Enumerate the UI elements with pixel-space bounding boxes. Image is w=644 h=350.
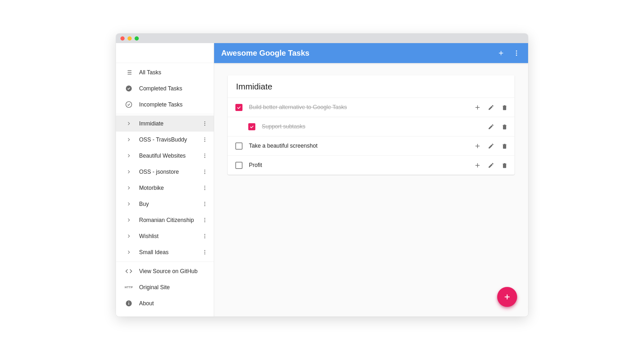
list-more-icon[interactable] bbox=[200, 248, 209, 257]
list-more-icon[interactable] bbox=[200, 119, 209, 128]
svg-point-22 bbox=[204, 189, 205, 190]
main-area: Awesome Google Tasks Immidiate Build bet… bbox=[214, 43, 528, 317]
list-icon bbox=[123, 69, 135, 76]
delete-icon[interactable] bbox=[500, 161, 509, 170]
sidebar-item-label: Beautiful Websites bbox=[139, 152, 200, 159]
sidebar-bottom-section: View Source on GitHub HTTP Original Site… bbox=[116, 262, 214, 313]
sidebar-item-original-site[interactable]: HTTP Original Site bbox=[116, 279, 214, 295]
list-more-icon[interactable] bbox=[200, 151, 209, 160]
sidebar-list-item[interactable]: OSS - TravisBuddy bbox=[116, 132, 214, 148]
list-more-icon[interactable] bbox=[200, 232, 209, 241]
sidebar-item-about[interactable]: About bbox=[116, 295, 214, 311]
chevron-right-icon bbox=[123, 137, 135, 143]
list-title: Immidiate bbox=[228, 75, 515, 97]
sidebar-list-item[interactable]: Immidiate bbox=[116, 115, 214, 132]
task-actions bbox=[487, 123, 509, 131]
window-minimize-icon[interactable] bbox=[128, 36, 132, 41]
sidebar: All Tasks Completed Tasks Incomplete Tas… bbox=[116, 43, 214, 317]
task-checkbox[interactable] bbox=[235, 162, 242, 169]
add-subtask-icon[interactable] bbox=[473, 103, 482, 112]
svg-point-40 bbox=[516, 51, 517, 52]
delete-icon[interactable] bbox=[500, 142, 509, 150]
sidebar-list-item[interactable]: OSS - jsonstore bbox=[116, 164, 214, 180]
sidebar-lists-section: Immidiate OSS - TravisBuddy Beautiful We… bbox=[116, 114, 214, 262]
sidebar-header-spacer bbox=[116, 43, 214, 63]
task-row[interactable]: Build better alternative to Google Tasks bbox=[228, 97, 515, 117]
svg-point-7 bbox=[126, 102, 132, 107]
list-more-icon[interactable] bbox=[200, 135, 209, 144]
sidebar-item-label: Completed Tasks bbox=[139, 85, 209, 92]
edit-icon[interactable] bbox=[487, 103, 495, 112]
sidebar-list-item[interactable]: Buy bbox=[116, 196, 214, 212]
sidebar-item-label: Romanian Citizenship bbox=[139, 217, 200, 224]
delete-icon[interactable] bbox=[500, 123, 509, 131]
svg-point-31 bbox=[204, 237, 205, 238]
code-icon bbox=[123, 268, 135, 275]
more-vert-icon[interactable] bbox=[512, 49, 521, 58]
fab-add-task[interactable] bbox=[497, 287, 517, 307]
svg-point-18 bbox=[204, 171, 205, 172]
edit-icon[interactable] bbox=[487, 123, 495, 131]
sidebar-item-completed[interactable]: Completed Tasks bbox=[116, 80, 214, 97]
svg-point-16 bbox=[204, 157, 205, 158]
chevron-right-icon bbox=[123, 233, 135, 239]
svg-point-30 bbox=[204, 236, 205, 237]
add-subtask-icon[interactable] bbox=[473, 142, 482, 150]
svg-point-21 bbox=[204, 188, 205, 189]
task-row[interactable]: Profit bbox=[228, 155, 515, 175]
task-checkbox[interactable] bbox=[235, 104, 242, 111]
chevron-right-icon bbox=[123, 201, 135, 207]
svg-rect-36 bbox=[128, 303, 129, 305]
list-more-icon[interactable] bbox=[200, 216, 209, 225]
svg-point-23 bbox=[204, 202, 205, 203]
edit-icon[interactable] bbox=[487, 161, 495, 170]
sidebar-list-item[interactable]: Small Ideas bbox=[116, 244, 214, 260]
sidebar-list-item[interactable]: Beautiful Websites bbox=[116, 148, 214, 164]
task-row[interactable]: Take a beautiful screenshot bbox=[228, 136, 515, 155]
list-more-icon[interactable] bbox=[200, 199, 209, 208]
window-close-icon[interactable] bbox=[120, 36, 125, 41]
sidebar-list-item[interactable]: Motorbike bbox=[116, 180, 214, 196]
list-more-icon[interactable] bbox=[200, 167, 209, 176]
titlebar bbox=[116, 33, 528, 43]
window-zoom-icon[interactable] bbox=[135, 36, 139, 41]
delete-icon[interactable] bbox=[500, 103, 509, 112]
sidebar-item-label: Original Site bbox=[139, 284, 209, 291]
sidebar-item-all-tasks[interactable]: All Tasks bbox=[116, 64, 214, 80]
app-title: Awesome Google Tasks bbox=[221, 49, 309, 58]
edit-icon[interactable] bbox=[487, 142, 495, 150]
svg-point-29 bbox=[204, 234, 205, 235]
chevron-right-icon bbox=[123, 169, 135, 175]
task-label: Take a beautiful screenshot bbox=[249, 143, 473, 149]
svg-point-14 bbox=[204, 153, 205, 154]
sidebar-list-item[interactable]: Romanian Citizenship bbox=[116, 212, 214, 228]
svg-point-19 bbox=[204, 173, 205, 174]
svg-point-26 bbox=[204, 218, 205, 219]
svg-point-12 bbox=[204, 139, 205, 140]
task-checkbox[interactable] bbox=[248, 123, 255, 130]
sidebar-item-label: Buy bbox=[139, 201, 200, 207]
sidebar-item-incomplete[interactable]: Incomplete Tasks bbox=[116, 97, 214, 113]
sidebar-item-github[interactable]: View Source on GitHub bbox=[116, 263, 214, 279]
list-more-icon[interactable] bbox=[200, 183, 209, 192]
svg-point-42 bbox=[516, 55, 517, 56]
tasks-container: Build better alternative to Google Tasks… bbox=[228, 97, 515, 175]
chevron-right-icon bbox=[123, 249, 135, 255]
sidebar-item-label: Immidiate bbox=[139, 120, 200, 127]
svg-point-17 bbox=[204, 170, 205, 170]
sidebar-list-item[interactable]: Wishlist bbox=[116, 228, 214, 244]
task-actions bbox=[473, 142, 509, 150]
app-body: All Tasks Completed Tasks Incomplete Tas… bbox=[116, 43, 528, 317]
sidebar-item-label: About bbox=[139, 300, 209, 307]
add-subtask-icon[interactable] bbox=[473, 161, 482, 170]
add-button[interactable] bbox=[497, 49, 506, 58]
chevron-right-icon bbox=[123, 121, 135, 126]
sidebar-item-label: Wishlist bbox=[139, 233, 200, 240]
task-row[interactable]: Support subtasks bbox=[228, 117, 515, 136]
sidebar-item-label: OSS - TravisBuddy bbox=[139, 136, 200, 143]
sidebar-item-label: All Tasks bbox=[139, 69, 209, 76]
svg-point-20 bbox=[204, 186, 205, 187]
chevron-right-icon bbox=[123, 185, 135, 191]
svg-point-9 bbox=[204, 123, 205, 124]
task-checkbox[interactable] bbox=[235, 143, 242, 150]
